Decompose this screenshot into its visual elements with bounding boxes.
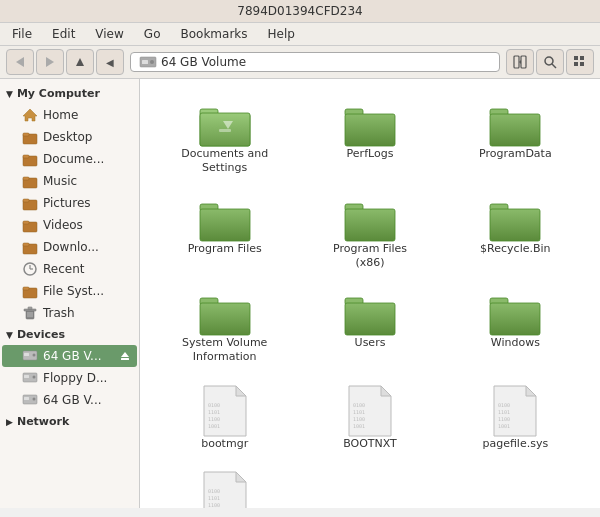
svg-point-5 xyxy=(150,60,154,64)
svg-rect-48 xyxy=(24,397,29,400)
svg-rect-4 xyxy=(142,60,148,64)
file-item-windows[interactable]: Windows xyxy=(447,284,584,356)
menu-edit[interactable]: Edit xyxy=(44,25,83,43)
sidebar-item-64gb-v2[interactable]: 64 GB V... xyxy=(2,389,137,411)
svg-text:1101: 1101 xyxy=(208,409,220,415)
svg-rect-70 xyxy=(490,303,540,335)
sidebar-item-documents[interactable]: Docume... xyxy=(2,148,137,170)
sidebar-item-recent[interactable]: Recent xyxy=(2,258,137,280)
file-label-system-volume: System VolumeInformation xyxy=(182,336,267,365)
eject-icon[interactable] xyxy=(119,350,131,362)
sidebar-item-trash[interactable]: Trash xyxy=(2,302,137,324)
sidebar-label-videos: Videos xyxy=(43,218,83,232)
svg-rect-11 xyxy=(574,56,578,60)
sidebar-label-pictures: Pictures xyxy=(43,196,91,210)
menu-view[interactable]: View xyxy=(87,25,131,43)
svg-rect-14 xyxy=(580,62,584,66)
forward-button[interactable] xyxy=(36,49,64,75)
section-my-computer[interactable]: ▼ My Computer xyxy=(0,83,139,104)
svg-rect-66 xyxy=(200,303,250,335)
menu-file[interactable]: File xyxy=(4,25,40,43)
sidebar-item-pictures[interactable]: Pictures xyxy=(2,192,137,214)
section-label-devices: Devices xyxy=(17,328,65,341)
svg-rect-68 xyxy=(345,303,395,335)
sidebar-item-home[interactable]: Home xyxy=(2,104,137,126)
sidebar-item-filesystem[interactable]: File Syst... xyxy=(2,280,137,302)
menu-go[interactable]: Go xyxy=(136,25,169,43)
pictures-folder-icon xyxy=(22,195,38,211)
svg-rect-62 xyxy=(345,209,395,241)
menu-bookmarks[interactable]: Bookmarks xyxy=(172,25,255,43)
sidebar-label-recent: Recent xyxy=(43,262,84,276)
sidebar-item-videos[interactable]: Videos xyxy=(2,214,137,236)
doc-icon-bootmgr: 0100 1101 1100 1001 xyxy=(203,385,247,437)
grid-view-button[interactable] xyxy=(566,49,594,75)
sidebar-item-music[interactable]: Music xyxy=(2,170,137,192)
file-item-users[interactable]: Users xyxy=(301,284,438,356)
folder-icon-recycle-bin xyxy=(489,196,541,242)
file-label-bootnxt: BOOTNXT xyxy=(343,437,397,451)
sidebar-item-downloads[interactable]: Downlo... xyxy=(2,236,137,258)
svg-rect-21 xyxy=(23,177,29,180)
file-item-bootnxt[interactable]: 0100 1101 1100 1001 BOOTNXT xyxy=(301,379,438,457)
svg-text:1100: 1100 xyxy=(498,416,510,422)
sidebar-label-64gb-v2: 64 GB V... xyxy=(43,393,102,407)
file-item-system-volume[interactable]: System VolumeInformation xyxy=(156,284,293,371)
up-button[interactable] xyxy=(66,49,94,75)
sidebar-item-floppy[interactable]: Floppy D... xyxy=(2,367,137,389)
section-network[interactable]: ▶ Network xyxy=(0,411,139,432)
file-item-perflogs[interactable]: PerfLogs xyxy=(301,95,438,167)
svg-text:0100: 0100 xyxy=(353,402,365,408)
file-item-swapfile[interactable]: 0100 1101 1100 1001 swapfile.sys xyxy=(156,465,293,508)
file-item-program-files[interactable]: Program Files xyxy=(156,190,293,262)
svg-rect-35 xyxy=(28,307,32,309)
search-button[interactable] xyxy=(536,49,564,75)
file-item-program-files-x86[interactable]: Program Files (x86) xyxy=(301,190,438,277)
back-button[interactable] xyxy=(6,49,34,75)
svg-rect-25 xyxy=(23,221,29,224)
sidebar-item-64gb-v1[interactable]: 64 GB V... xyxy=(2,345,137,367)
svg-marker-78 xyxy=(381,386,391,396)
svg-rect-7 xyxy=(521,56,526,68)
svg-point-46 xyxy=(33,376,36,379)
sidebar-label-floppy: Floppy D... xyxy=(43,371,107,385)
svg-marker-2 xyxy=(76,58,84,66)
svg-text:1001: 1001 xyxy=(498,423,510,429)
file-item-bootmgr[interactable]: 0100 1101 1100 1001 bootmgr xyxy=(156,379,293,457)
file-label-program-files-x86: Program Files (x86) xyxy=(325,242,415,271)
svg-line-10 xyxy=(552,64,556,68)
sidebar-label-64gb-v1: 64 GB V... xyxy=(43,349,102,363)
up-icon xyxy=(75,56,85,68)
svg-marker-0 xyxy=(16,57,24,67)
svg-marker-1 xyxy=(46,57,54,67)
sidebar-label-trash: Trash xyxy=(43,306,75,320)
svg-rect-13 xyxy=(574,62,578,66)
section-triangle-devices: ▼ xyxy=(6,330,13,340)
sidebar-item-desktop[interactable]: Desktop xyxy=(2,126,137,148)
svg-text:0100: 0100 xyxy=(208,488,220,494)
file-item-pagefile[interactable]: 0100 1101 1100 1001 pagefile.sys xyxy=(447,379,584,457)
titlebar: 7894D01394CFD234 xyxy=(0,0,600,23)
search-icon xyxy=(543,55,557,69)
back-icon xyxy=(15,56,25,68)
location-nav-button[interactable]: ◀ xyxy=(96,49,124,75)
menubar: File Edit View Go Bookmarks Help xyxy=(0,23,600,46)
file-item-documents-and-settings[interactable]: Documents andSettings xyxy=(156,95,293,182)
section-label-my-computer: My Computer xyxy=(17,87,100,100)
svg-rect-23 xyxy=(23,199,29,202)
folder-icon-program-files-x86 xyxy=(344,196,396,242)
home-icon xyxy=(22,107,38,123)
folder-icon-perflogs xyxy=(344,101,396,147)
svg-text:1001: 1001 xyxy=(353,423,365,429)
file-item-programdata[interactable]: ProgramData xyxy=(447,95,584,167)
file-item-recycle-bin[interactable]: $Recycle.Bin xyxy=(447,190,584,262)
svg-rect-64 xyxy=(490,209,540,241)
section-devices[interactable]: ▼ Devices xyxy=(0,324,139,345)
drive-64gb-v2-icon xyxy=(22,392,38,408)
split-view-icon xyxy=(513,55,527,69)
svg-rect-6 xyxy=(514,56,519,68)
split-view-button[interactable] xyxy=(506,49,534,75)
main-area: ▼ My Computer Home Desktop Docume... xyxy=(0,79,600,508)
menu-help[interactable]: Help xyxy=(260,25,303,43)
forward-icon xyxy=(45,56,55,68)
